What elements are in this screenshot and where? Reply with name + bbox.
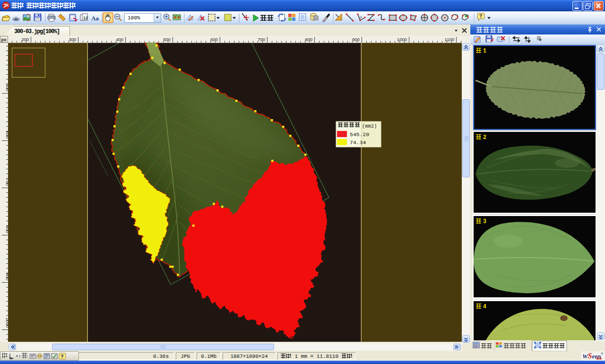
- svg-text:3: 3: [483, 218, 486, 225]
- svg-text:300: 300: [69, 37, 76, 42]
- svg-text:200: 200: [21, 37, 29, 42]
- svg-text:4: 4: [483, 303, 486, 310]
- svg-text:?: ?: [479, 14, 482, 19]
- svg-text:600: 600: [210, 37, 218, 42]
- svg-text:74.34: 74.34: [350, 139, 366, 146]
- svg-text:800: 800: [305, 37, 312, 42]
- svg-text:2: 2: [483, 134, 486, 141]
- svg-text:1100: 1100: [445, 37, 454, 42]
- svg-text:1: 1: [483, 48, 486, 54]
- svg-text:500: 500: [163, 37, 171, 42]
- svg-text:400: 400: [116, 37, 123, 42]
- svg-text:(mm2): (mm2): [362, 123, 377, 129]
- svg-text:900: 900: [352, 37, 360, 42]
- svg-text:545.20: 545.20: [350, 131, 370, 138]
- svg-text:12: 12: [83, 16, 88, 20]
- svg-text:1000: 1000: [397, 37, 407, 42]
- svg-text:Aa: Aa: [91, 15, 99, 22]
- svg-text:700: 700: [258, 37, 265, 42]
- svg-text:px: px: [1, 37, 7, 42]
- svg-text:?: ?: [60, 354, 64, 359]
